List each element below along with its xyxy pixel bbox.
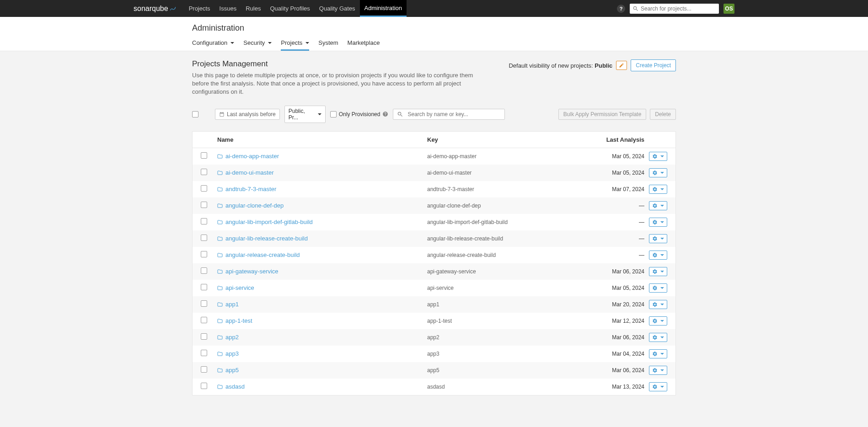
nav-item-rules[interactable]: Rules (241, 0, 265, 17)
subnav-item-configuration[interactable]: Configuration (192, 39, 234, 51)
row-actions-button[interactable] (649, 267, 667, 276)
logo[interactable]: sonarqube (134, 5, 184, 13)
last-analysis-date: Mar 06, 2024 (612, 268, 644, 275)
chevron-down-icon (660, 353, 664, 355)
table-row: angular-clone-def-depangular-clone-def-d… (193, 197, 675, 214)
project-link[interactable]: ai-demo-ui-master (217, 169, 427, 176)
only-provisioned-checkbox[interactable] (330, 111, 337, 117)
help-icon[interactable]: ? (617, 5, 625, 13)
row-checkbox[interactable] (201, 333, 207, 340)
last-analysis-date: Mar 13, 2024 (612, 384, 644, 390)
row-checkbox[interactable] (201, 235, 207, 241)
table-row: app1app1Mar 20, 2024 (193, 296, 675, 313)
project-link[interactable]: app1 (217, 301, 427, 308)
gear-icon (652, 335, 658, 340)
project-link[interactable]: angular-release-create-build (217, 251, 427, 258)
chevron-down-icon (268, 42, 272, 44)
row-checkbox[interactable] (201, 300, 207, 307)
logo-wave-icon (170, 5, 176, 12)
project-link[interactable]: angular-lib-release-create-build (217, 235, 427, 242)
subnav-item-system[interactable]: System (318, 39, 338, 51)
row-checkbox[interactable] (201, 284, 207, 290)
project-icon (217, 368, 223, 373)
edit-visibility-button[interactable] (616, 61, 627, 70)
only-provisioned-filter[interactable]: Only Provisioned (330, 111, 389, 117)
subnav-item-projects[interactable]: Projects (281, 39, 309, 51)
project-icon (217, 154, 223, 159)
row-actions-button[interactable] (649, 152, 667, 161)
row-actions-button[interactable] (649, 218, 667, 227)
project-icon (217, 187, 223, 192)
chevron-down-icon (660, 254, 664, 256)
table-row: app2app2Mar 06, 2024 (193, 329, 675, 346)
project-link[interactable]: ai-demo-app-master (217, 153, 427, 160)
row-actions-button[interactable] (649, 234, 667, 243)
row-checkbox[interactable] (201, 185, 207, 192)
user-avatar[interactable]: OS (723, 4, 734, 14)
global-search[interactable] (630, 4, 719, 14)
filter-visibility-select[interactable]: Public, Pr... (284, 106, 326, 123)
nav-item-administration[interactable]: Administration (360, 0, 407, 17)
nav-item-projects[interactable]: Projects (184, 0, 215, 17)
nav-item-issues[interactable]: Issues (215, 0, 241, 17)
last-analysis-date: Mar 05, 2024 (612, 153, 644, 160)
project-link[interactable]: andtrub-7-3-master (217, 186, 427, 192)
project-link[interactable]: api-service (217, 284, 427, 291)
row-checkbox[interactable] (201, 350, 207, 356)
search-icon (632, 5, 639, 12)
row-checkbox[interactable] (201, 251, 207, 257)
project-link[interactable]: app3 (217, 350, 427, 357)
row-actions-button[interactable] (649, 185, 667, 194)
row-actions-button[interactable] (649, 382, 667, 391)
row-actions-button[interactable] (649, 251, 667, 260)
row-actions-button[interactable] (649, 333, 667, 342)
nav-item-quality-gates[interactable]: Quality Gates (315, 0, 360, 17)
col-name: Name (217, 136, 427, 143)
row-actions-button[interactable] (649, 300, 667, 309)
project-link[interactable]: app2 (217, 334, 427, 341)
project-link[interactable]: app-1-test (217, 317, 427, 324)
row-checkbox[interactable] (201, 317, 207, 323)
row-actions-button[interactable] (649, 316, 667, 326)
project-link[interactable]: angular-clone-def-dep (217, 202, 427, 209)
gear-icon (652, 384, 658, 390)
project-key: andtrub-7-3-master (427, 186, 474, 192)
table-row: ai-demo-app-masterai-demo-app-masterMar … (193, 148, 675, 165)
global-search-input[interactable] (641, 5, 716, 12)
project-search-input[interactable] (407, 111, 501, 117)
row-actions-button[interactable] (649, 283, 667, 293)
row-actions-button[interactable] (649, 366, 667, 375)
subnav-item-security[interactable]: Security (243, 39, 272, 51)
chevron-down-icon (660, 386, 664, 388)
last-analysis-date: Mar 05, 2024 (612, 170, 644, 176)
project-link[interactable]: api-gateway-service (217, 268, 427, 275)
nav-items: ProjectsIssuesRulesQuality ProfilesQuali… (184, 0, 407, 17)
row-checkbox[interactable] (201, 267, 207, 274)
project-search[interactable] (393, 109, 505, 120)
project-icon (217, 269, 223, 274)
row-checkbox[interactable] (201, 202, 207, 208)
row-actions-button[interactable] (649, 168, 667, 177)
create-project-button[interactable]: Create Project (631, 59, 676, 71)
project-link[interactable]: angular-lib-import-def-gitlab-build (217, 219, 427, 225)
chevron-down-icon (230, 42, 234, 44)
row-checkbox[interactable] (201, 218, 207, 224)
row-checkbox[interactable] (201, 383, 207, 389)
filter-date[interactable]: Last analysis before (215, 109, 280, 120)
section-title: Projects Management (192, 59, 489, 69)
nav-item-quality-profiles[interactable]: Quality Profiles (265, 0, 314, 17)
row-checkbox[interactable] (201, 152, 207, 159)
chevron-down-icon (660, 320, 664, 322)
subnav-item-marketplace[interactable]: Marketplace (348, 39, 380, 51)
chevron-down-icon (660, 238, 664, 240)
delete-button[interactable]: Delete (650, 109, 676, 120)
row-checkbox[interactable] (201, 169, 207, 175)
bulk-apply-button[interactable]: Bulk Apply Permission Template (558, 109, 647, 120)
row-actions-button[interactable] (649, 201, 667, 210)
page-header: Administration ConfigurationSecurityProj… (0, 17, 868, 51)
row-checkbox[interactable] (201, 366, 207, 373)
project-link[interactable]: app5 (217, 367, 427, 374)
project-link[interactable]: asdasd (217, 383, 427, 390)
row-actions-button[interactable] (649, 349, 667, 358)
select-all-checkbox[interactable] (192, 111, 198, 117)
